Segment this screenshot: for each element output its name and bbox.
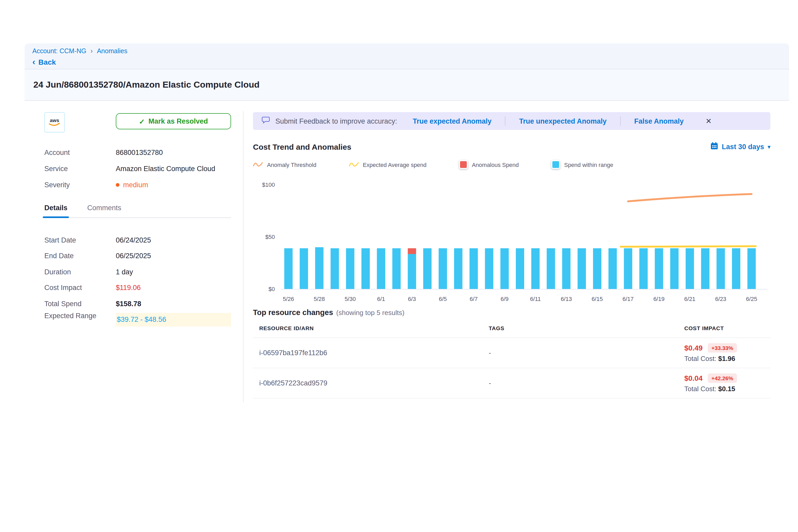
date-range-selector[interactable]: Last 30 days ▾: [710, 142, 771, 151]
spend-bar: [732, 248, 740, 289]
x-axis-tick: 6/25: [746, 296, 757, 302]
spend-bar: [439, 248, 447, 289]
legend-label: Anomalous Spend: [472, 162, 519, 168]
x-axis-tick: 6/13: [561, 296, 572, 302]
x-axis-tick: 6/3: [408, 296, 416, 302]
feedback-prompt: Submit Feedback to improve accuracy:: [276, 117, 397, 125]
breadcrumb-anomalies-link[interactable]: Anomalies: [97, 47, 128, 55]
legend-line-icon: [253, 160, 263, 169]
divider: [620, 116, 621, 126]
field-row: ServiceAmazon Elastic Compute Cloud: [44, 160, 231, 177]
detail-label: Expected Range: [44, 312, 116, 327]
breadcrumb-account-link[interactable]: Account: CCM-NG: [32, 47, 86, 55]
spend-bar: [423, 248, 432, 289]
legend-item: Anomaly Threshold: [253, 160, 316, 169]
detail-label: Total Spend: [44, 300, 116, 308]
legend-swatch-icon: [459, 160, 468, 169]
divider: [505, 116, 506, 126]
cost-change-badge: +42.26%: [708, 374, 737, 383]
spend-bar: [562, 248, 571, 289]
spend-bar: [346, 248, 355, 289]
detail-tabs: Details Comments: [44, 204, 231, 218]
feedback-option[interactable]: True expected Anomaly: [413, 117, 492, 125]
field-label: Service: [44, 165, 116, 173]
anomaly-analysis-panel: Submit Feedback to improve accuracy: Tru…: [253, 112, 771, 398]
feedback-option[interactable]: True unexpected Anomaly: [519, 117, 607, 125]
panel-divider: [243, 111, 244, 402]
table-row: i-0b6f257223cad9579-$0.04+42.26%Total Co…: [253, 368, 771, 398]
field-label: Account: [44, 149, 116, 156]
x-axis-tick: 5/26: [283, 296, 294, 302]
x-axis-tick: 6/17: [623, 296, 634, 302]
detail-label: Duration: [44, 268, 116, 276]
detail-value: 06/24/2025: [116, 236, 151, 244]
table-body: i-06597ba197fe112b6-$0.49+33.33%Total Co…: [253, 338, 771, 398]
col-tags: TAGS: [489, 325, 684, 331]
spend-bar: [392, 248, 401, 289]
severity-value: medium: [116, 181, 148, 189]
detail-value: 06/25/2025: [116, 252, 151, 260]
legend-item: Expected Average spend: [349, 160, 426, 169]
tab-comments[interactable]: Comments: [87, 204, 121, 212]
spend-bar: [516, 248, 524, 289]
detail-label: Cost Impact: [44, 284, 116, 292]
severity-dot-icon: [116, 183, 119, 187]
spend-bar: [655, 248, 663, 289]
check-icon: ✓: [139, 117, 145, 126]
close-icon[interactable]: ✕: [706, 117, 712, 125]
detail-label: End Date: [44, 252, 116, 260]
detail-value: $39.72 - $48.56: [116, 313, 231, 326]
table-subtitle: (showing top 5 results): [336, 309, 404, 317]
account-fields: Account868001352780ServiceAmazon Elastic…: [44, 145, 231, 177]
header-banner: Account: CCM-NG › Anomalies ‹ Back: [24, 43, 789, 69]
anomaly-detail-page: Account: CCM-NG › Anomalies ‹ Back 24 Ju…: [0, 0, 798, 532]
legend-item: Spend within range: [551, 160, 613, 169]
spend-bar: [624, 248, 632, 289]
spend-bar: [747, 248, 756, 289]
chart-legend: Anomaly ThresholdExpected Average spendA…: [253, 160, 771, 169]
spend-bar: [408, 254, 416, 289]
detail-row: Start Date06/24/2025: [44, 232, 231, 248]
spend-bar: [300, 248, 308, 289]
legend-item: Anomalous Spend: [459, 160, 519, 169]
page-title: 24 Jun/868001352780/Amazon Elastic Compu…: [33, 79, 260, 90]
detail-row: Total Spend$158.78: [44, 296, 231, 312]
mark-as-resolved-button[interactable]: ✓ Mark as Resolved: [116, 113, 231, 129]
x-axis-tick: 6/11: [530, 296, 541, 302]
caret-down-icon: ▾: [768, 144, 771, 149]
x-axis-tick: 6/23: [715, 296, 726, 302]
spend-bar: [547, 248, 555, 289]
legend-label: Anomaly Threshold: [267, 162, 316, 168]
chevron-left-icon: ‹: [32, 59, 35, 65]
x-axis-tick: 6/15: [592, 296, 603, 302]
cost-change-badge: +33.33%: [708, 343, 737, 353]
spend-bar: [593, 248, 601, 289]
spend-bar: [717, 248, 725, 289]
legend-label: Spend within range: [564, 162, 613, 168]
spend-bar: [670, 248, 679, 289]
back-button[interactable]: ‹ Back: [32, 58, 789, 66]
anomaly-threshold-line: [628, 194, 752, 201]
tab-details[interactable]: Details: [44, 204, 68, 212]
detail-row: End Date06/25/2025: [44, 248, 231, 264]
detail-value: $119.06: [116, 284, 141, 292]
total-cost-line: Total Cost: $1.96: [684, 355, 771, 362]
table-title-row: Top resource changes(showing top 5 resul…: [253, 308, 771, 317]
anomaly-summary-panel: aws ✓ Mark as Resolved Account8680013527…: [44, 112, 231, 327]
spend-bar: [377, 248, 385, 289]
spend-bar: [608, 248, 617, 289]
spend-bar: [531, 248, 539, 289]
legend-swatch-icon: [551, 160, 560, 169]
spend-bar: [454, 248, 462, 289]
table-header: RESOURCE ID/ARN TAGS COST IMPACT: [253, 317, 771, 338]
y-axis-tick: $100: [262, 182, 275, 188]
spend-bar: [315, 247, 323, 289]
titlebar: 24 Jun/868001352780/Amazon Elastic Compu…: [24, 69, 789, 101]
feedback-option[interactable]: False Anomaly: [634, 117, 684, 125]
spend-bar: [331, 248, 339, 289]
speech-bubble-icon: [261, 116, 270, 126]
aws-logo: aws: [44, 112, 65, 132]
chart-title: Cost Trend and Anomalies: [253, 142, 351, 151]
col-resource-id: RESOURCE ID/ARN: [259, 325, 489, 331]
svg-text:aws: aws: [50, 117, 59, 123]
